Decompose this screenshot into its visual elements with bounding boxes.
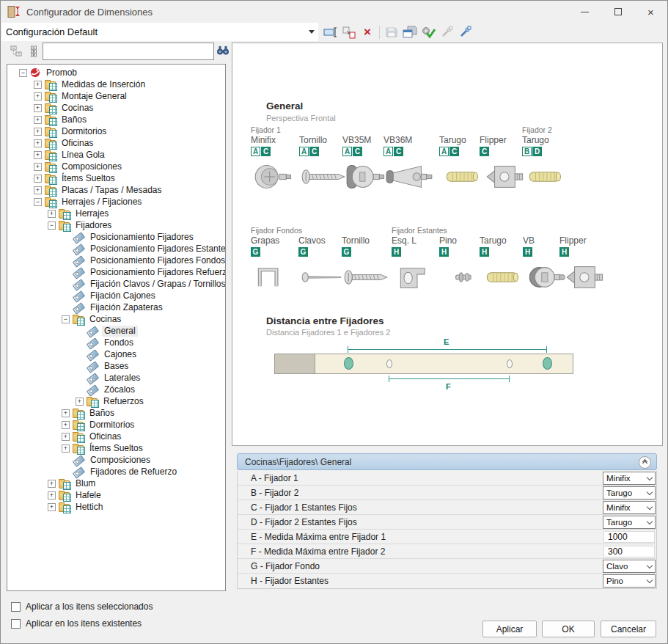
tree-item-posicionamiento-fijadores-fondos[interactable]: Posicionamiento Fijadores Fondos: [7, 255, 225, 266]
expand-icon[interactable]: [48, 210, 56, 218]
tree-item-posicionamiento-fijadores-refuerzos[interactable]: Posicionamiento Fijadores Refuerzos: [7, 266, 225, 278]
tree-item-medidas-de-insercion[interactable]: Medidas de Inserción: [7, 78, 225, 90]
expand-icon[interactable]: [34, 186, 42, 194]
tree-item-herrajes-fijaciones[interactable]: Herrajes / Fijaciones: [7, 196, 225, 208]
tree-item-banos[interactable]: Baños: [7, 114, 225, 125]
minimize-button[interactable]: [568, 1, 601, 23]
fijador2-select[interactable]: Tarugo: [603, 486, 656, 500]
tree-item-montaje-general[interactable]: Montaje General: [7, 90, 225, 102]
tree-item-composiciones[interactable]: Composiciones: [7, 161, 225, 172]
search-button[interactable]: [215, 44, 231, 59]
panel-end-section: [275, 354, 315, 373]
tree-item-promob[interactable]: Promob: [7, 67, 225, 78]
tree-item-cocinas-fijadores[interactable]: Cocinas: [7, 313, 225, 325]
expand-icon[interactable]: [34, 139, 42, 147]
tree-item-items-sueltos[interactable]: Ítems Sueltos: [7, 172, 225, 184]
tree-item-refuerzos[interactable]: Refuerzos: [7, 395, 225, 407]
ok-button[interactable]: OK: [542, 621, 595, 637]
tree-item-oficinas[interactable]: Oficinas: [7, 137, 225, 149]
title-bar[interactable]: Configurador de Dimensiones ×: [1, 1, 667, 23]
cancel-button[interactable]: Cancelar: [601, 621, 656, 637]
tree-item-fijadores-de-refuerzo[interactable]: Fijadores de Refuerzo: [7, 466, 225, 477]
rename-configuration-button[interactable]: [323, 24, 339, 40]
tree-item-fijacion-cajones[interactable]: Fijación Cajones: [7, 290, 225, 301]
tree-item-fondos[interactable]: Fondos: [7, 337, 225, 348]
expand-icon[interactable]: [48, 480, 56, 488]
fijador1-estantes-select[interactable]: Minifix: [603, 501, 656, 514]
expand-all-button[interactable]: [26, 43, 42, 59]
tree-item-items-sueltos-fijadores[interactable]: Ítems Sueltos: [7, 442, 225, 454]
expand-icon[interactable]: [48, 503, 56, 511]
properties-header[interactable]: Cocinas\Fijadores\ General: [237, 453, 657, 470]
expand-icon[interactable]: [34, 175, 42, 183]
tree-item-posicionamiento-fijadores-estantes[interactable]: Posicionamiento Fijadores Estantes: [7, 243, 225, 255]
expand-icon[interactable]: [62, 409, 70, 417]
expand-icon[interactable]: [62, 444, 70, 453]
fijador-fondo-select[interactable]: Clavo: [603, 560, 656, 573]
tree-item-laterales[interactable]: Laterales: [7, 372, 225, 384]
delete-configuration-button[interactable]: ×: [359, 24, 375, 40]
export-configuration-button[interactable]: [402, 24, 418, 40]
fijador1-select[interactable]: Minifix: [603, 472, 656, 485]
tag-icon: [73, 267, 84, 277]
save-button-disabled[interactable]: [383, 24, 400, 40]
tree-item-fijacion-clavos-grapas-tornillos[interactable]: Fijación Clavos / Grapas / Tornillos: [7, 278, 225, 290]
window-title: Configurador de Dimensiones: [26, 7, 153, 18]
tree-item-cajones[interactable]: Cajones: [7, 348, 225, 360]
tree-item-bases[interactable]: Bases: [7, 360, 225, 372]
collapse-icon[interactable]: [34, 198, 42, 206]
apply-existing-checkbox[interactable]: [11, 619, 21, 629]
medida-e-input[interactable]: [603, 531, 655, 543]
medida-f-input[interactable]: [603, 546, 655, 557]
tree-item-dormitorios[interactable]: Dormitorios: [7, 125, 225, 137]
collapse-icon[interactable]: [19, 69, 27, 77]
expand-icon[interactable]: [48, 491, 56, 500]
expand-icon[interactable]: [34, 151, 42, 159]
collapse-icon[interactable]: [48, 222, 56, 230]
expand-icon[interactable]: [34, 116, 42, 124]
tool-button[interactable]: [457, 24, 473, 40]
collapse-icon[interactable]: [62, 315, 70, 323]
apply-button[interactable]: Aplicar: [482, 621, 537, 637]
tree-item-zocalos[interactable]: Zócalos: [7, 384, 225, 395]
tree-item-linea-gola[interactable]: Línea Gola: [7, 149, 225, 161]
tree-item-composiciones-fijadores[interactable]: Composiciones: [7, 454, 225, 466]
tool-button-disabled[interactable]: [438, 24, 455, 40]
apply-configuration-button[interactable]: [420, 24, 436, 40]
fijador-estantes-select[interactable]: Pino: [603, 574, 656, 588]
expand-icon[interactable]: [34, 128, 42, 136]
maximize-button[interactable]: [601, 1, 634, 23]
collapse-properties-button[interactable]: [639, 456, 651, 469]
tree-item-hettich[interactable]: Hettich: [7, 501, 225, 513]
close-button[interactable]: ×: [634, 1, 667, 23]
chevron-down-icon[interactable]: [305, 30, 318, 34]
copy-configuration-button[interactable]: [341, 24, 357, 40]
expand-icon[interactable]: [62, 421, 70, 429]
tree-item-posicionamiento-fijadores[interactable]: Posicionamiento Fijadores: [7, 231, 225, 243]
expand-icon[interactable]: [34, 163, 42, 171]
tree-item-dormitorios-fijadores[interactable]: Dormitorios: [7, 419, 225, 431]
tree-item-placas-tapas-mesadas[interactable]: Placas / Tapas / Mesadas: [7, 184, 225, 196]
tree-item-cocinas[interactable]: Cocinas: [7, 102, 225, 114]
expand-icon[interactable]: [34, 104, 42, 112]
tree-item-fijacion-zapateras[interactable]: Fijación Zapateras: [7, 301, 225, 313]
collapse-all-button[interactable]: [8, 43, 24, 59]
tree-item-blum[interactable]: Blum: [7, 477, 225, 489]
tree-search-input[interactable]: [43, 43, 214, 60]
tree-item-banos-fijadores[interactable]: Baños: [7, 407, 225, 419]
expand-icon[interactable]: [76, 398, 84, 406]
expand-icon[interactable]: [34, 81, 42, 89]
configuration-tree[interactable]: Promob Medidas de Inserción Montaje Gene…: [7, 64, 226, 591]
tree-item-herrajes[interactable]: Herrajes: [7, 208, 225, 219]
tree-item-hafele[interactable]: Hafele: [7, 489, 225, 501]
tree-item-fijadores[interactable]: Fijadores: [7, 219, 225, 231]
folder-icon: [59, 492, 70, 500]
configuration-combobox[interactable]: Configuración Default: [1, 23, 318, 41]
folder-icon: [45, 93, 56, 101]
tree-item-oficinas-fijadores[interactable]: Oficinas: [7, 431, 225, 442]
fijador2-estantes-select[interactable]: Tarugo: [603, 516, 656, 529]
tree-item-general-selected[interactable]: General: [7, 325, 225, 337]
apply-selected-checkbox[interactable]: [11, 602, 21, 612]
expand-icon[interactable]: [62, 433, 70, 441]
expand-icon[interactable]: [34, 92, 42, 100]
